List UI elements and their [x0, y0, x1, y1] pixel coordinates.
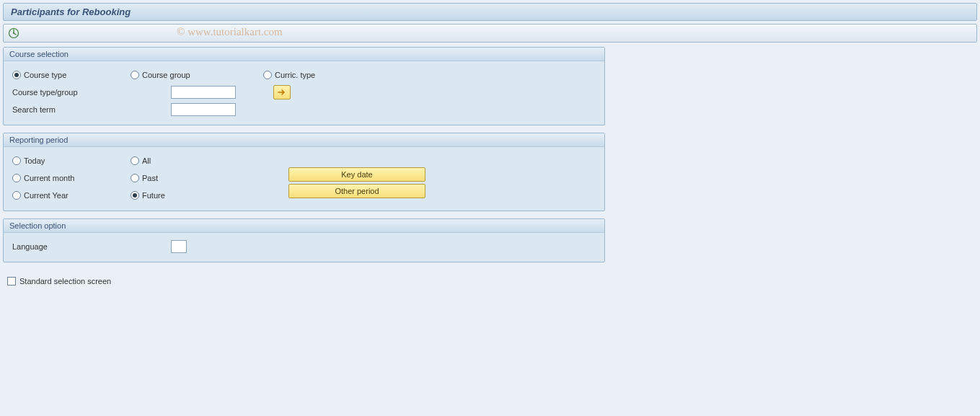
radio-label-course-group: Course group	[142, 71, 190, 79]
label-search-term: Search term	[12, 105, 171, 114]
execute-icon[interactable]	[8, 27, 19, 40]
label-course-type-group: Course type/group	[12, 88, 171, 97]
radio-label-today: Today	[24, 156, 45, 165]
radio-label-past: Past	[142, 174, 158, 182]
radio-future[interactable]	[131, 191, 139, 200]
key-date-button[interactable]: Key date	[288, 167, 425, 182]
label-language: Language	[12, 242, 171, 251]
toolbar: © www.tutorialkart.com	[3, 24, 977, 43]
multiple-selection-button[interactable]	[273, 85, 291, 99]
input-search-term[interactable]	[171, 103, 236, 116]
arrow-right-icon	[278, 89, 286, 96]
group-title-course-selection: Course selection	[4, 48, 604, 61]
group-title-reporting-period: Reporting period	[4, 133, 604, 147]
radio-course-group[interactable]	[131, 71, 139, 79]
input-language[interactable]	[171, 240, 187, 253]
watermark-text: © www.tutorialkart.com	[177, 26, 283, 38]
radio-label-current-year: Current Year	[24, 191, 69, 200]
group-reporting-period: Reporting period Today All Curr	[3, 133, 605, 211]
radio-current-year[interactable]	[12, 191, 21, 200]
group-title-selection-option: Selection option	[4, 219, 604, 233]
input-course-type-group[interactable]	[171, 86, 236, 99]
page-title: Participants for Rebooking	[3, 3, 977, 21]
radio-past[interactable]	[131, 174, 139, 182]
radio-current-month[interactable]	[12, 174, 21, 182]
group-course-selection: Course selection Course type Course grou…	[3, 47, 605, 125]
radio-curric-type[interactable]	[263, 71, 272, 79]
radio-today[interactable]	[12, 156, 21, 165]
radio-course-type[interactable]	[12, 71, 21, 79]
radio-label-all: All	[142, 156, 151, 165]
label-standard-selection: Standard selection screen	[19, 277, 111, 286]
radio-all[interactable]	[131, 156, 139, 165]
checkbox-standard-selection[interactable]	[7, 277, 16, 286]
svg-point-1	[13, 32, 14, 34]
radio-label-curric-type: Curric. type	[275, 71, 315, 79]
radio-label-course-type: Course type	[24, 71, 66, 79]
radio-label-future: Future	[142, 191, 165, 200]
other-period-button[interactable]: Other period	[288, 184, 425, 198]
radio-label-current-month: Current month	[24, 174, 74, 182]
group-selection-option: Selection option Language	[3, 218, 605, 262]
